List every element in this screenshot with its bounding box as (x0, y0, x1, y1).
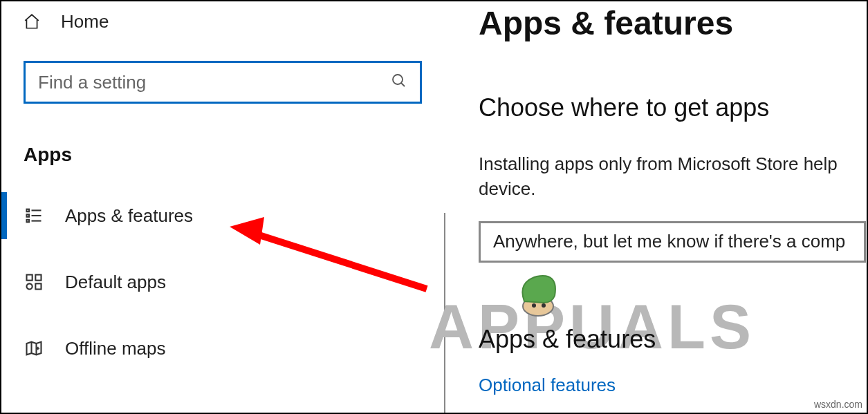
attribution-text: wsxdn.com (814, 399, 862, 410)
sidebar-item-default-apps[interactable]: Default apps (1, 249, 444, 315)
grid-icon (24, 272, 44, 292)
home-icon (22, 12, 41, 31)
search-icon (391, 73, 407, 92)
search-input[interactable] (38, 72, 382, 93)
section-heading-apps-features: Apps & features (479, 325, 867, 354)
sidebar-item-offline-maps[interactable]: Offline maps (1, 315, 444, 382)
home-label: Home (61, 11, 109, 32)
search-settings-box[interactable] (24, 61, 422, 104)
dropdown-selected-value: Anywhere, but let me know if there's a c… (493, 231, 845, 252)
sidebar-item-label: Default apps (65, 272, 166, 293)
settings-sidebar: Home Apps App (1, 1, 444, 413)
sidebar-item-apps-features[interactable]: Apps & features (1, 182, 444, 249)
svg-rect-8 (27, 275, 33, 281)
sidebar-item-label: Offline maps (65, 338, 165, 359)
svg-rect-6 (27, 220, 30, 223)
svg-rect-4 (27, 214, 30, 217)
home-nav-item[interactable]: Home (1, 3, 444, 40)
svg-line-1 (401, 83, 405, 86)
list-icon (24, 205, 44, 226)
svg-point-0 (393, 75, 403, 84)
section-heading-choose-apps: Choose where to get apps (479, 93, 867, 122)
sidebar-item-label: Apps & features (65, 205, 193, 227)
app-source-dropdown[interactable]: Anywhere, but let me know if there's a c… (479, 221, 866, 263)
optional-features-link[interactable]: Optional features (479, 375, 616, 396)
svg-point-10 (27, 283, 33, 289)
svg-rect-9 (35, 275, 41, 281)
page-title: Apps & features (479, 4, 867, 42)
sidebar-category-title: Apps (24, 144, 444, 166)
map-icon (24, 338, 44, 359)
svg-rect-11 (35, 283, 41, 289)
svg-rect-2 (27, 209, 30, 212)
section-description: Installing apps only from Microsoft Stor… (479, 151, 867, 202)
main-content: Apps & features Choose where to get apps… (444, 1, 867, 413)
